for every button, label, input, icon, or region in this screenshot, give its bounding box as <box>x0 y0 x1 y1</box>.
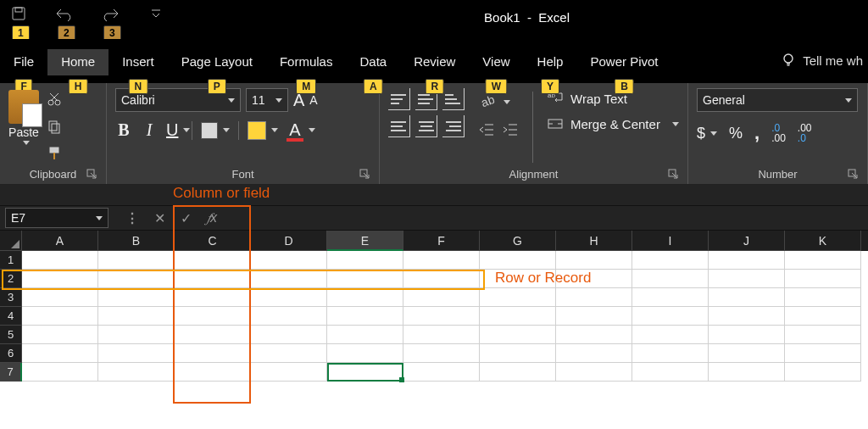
tell-me[interactable]: Tell me wh <box>781 53 863 68</box>
row-header[interactable]: 2 <box>0 270 22 288</box>
formula-bar: E7 ⋮ ✕ ✓ 𝑓x <box>0 205 868 231</box>
qat-undo[interactable]: 2 <box>54 3 75 24</box>
tab-formulas[interactable]: FormulasM <box>266 49 347 75</box>
annotation-strip: Column or field <box>0 185 868 205</box>
group-clipboard: Paste Clipboard <box>0 83 107 184</box>
chevron-down-icon <box>23 141 30 145</box>
ribbon-tabs: FileF HomeH InsertN Page LayoutP Formula… <box>0 39 868 83</box>
lightbulb-icon <box>781 53 796 68</box>
svg-rect-11 <box>52 124 59 133</box>
row-header[interactable]: 5 <box>0 326 22 344</box>
tab-help[interactable]: HelpY <box>524 49 577 75</box>
group-font: Calibri 11 A A B I U A Font <box>107 83 380 184</box>
worksheet-grid[interactable]: A B C D E F G H I J K 1 2 3 4 5 6 7 <box>0 231 868 429</box>
row-annotation: Row or Record <box>495 270 591 287</box>
col-header[interactable]: A <box>22 231 98 251</box>
paste-button[interactable]: Paste <box>8 88 39 166</box>
merge-center-button[interactable]: Merge & Center <box>547 115 679 132</box>
tab-insert[interactable]: InsertN <box>108 49 168 75</box>
shrink-font-button[interactable]: A <box>309 93 317 107</box>
align-right[interactable] <box>442 115 465 137</box>
qat-save[interactable]: 1 <box>8 3 29 24</box>
svg-text:ab: ab <box>479 92 496 109</box>
select-all-corner[interactable] <box>0 231 22 251</box>
orientation-button[interactable]: ab <box>478 92 519 112</box>
dialog-launcher[interactable] <box>847 169 859 181</box>
increase-decimal-button[interactable]: .0.00 <box>771 123 786 143</box>
wrap-text-button[interactable]: ab Wrap Text <box>547 90 679 107</box>
row-headers: 1 2 3 4 5 6 7 <box>0 251 22 382</box>
tab-file[interactable]: FileF <box>0 49 47 75</box>
window-title: Book1 - Excel <box>264 10 604 25</box>
font-color-button[interactable]: A <box>287 120 315 140</box>
col-header[interactable]: K <box>785 231 861 251</box>
col-header[interactable]: G <box>480 231 556 251</box>
group-number: General $ % , .0.00 .00.0 Number <box>688 83 868 184</box>
row-header[interactable]: 1 <box>0 251 22 270</box>
formula-input[interactable] <box>229 208 868 228</box>
font-size-select[interactable]: 11 <box>246 88 288 112</box>
col-header[interactable]: I <box>632 231 709 251</box>
enter-icon[interactable]: ✓ <box>181 210 192 226</box>
qat-customize[interactable] <box>146 3 166 24</box>
align-left[interactable] <box>388 115 410 137</box>
dialog-launcher[interactable] <box>359 169 370 181</box>
col-header[interactable]: C <box>175 231 251 251</box>
decrease-decimal-button[interactable]: .00.0 <box>798 123 812 143</box>
increase-indent-button[interactable] <box>502 122 519 141</box>
currency-button[interactable]: $ <box>697 125 717 142</box>
col-header[interactable]: F <box>403 231 480 251</box>
group-alignment: ab ab Wrap Text Merge & Center Alignment <box>380 83 688 184</box>
copy-button[interactable] <box>44 117 64 136</box>
svg-rect-0 <box>13 8 25 20</box>
name-box[interactable]: E7 <box>5 208 108 228</box>
col-header[interactable]: E <box>327 231 403 251</box>
col-header[interactable]: J <box>709 231 785 251</box>
cancel-icon[interactable]: ✕ <box>154 210 165 226</box>
align-top[interactable] <box>388 88 410 110</box>
percent-button[interactable]: % <box>729 125 743 142</box>
bold-button[interactable]: B <box>115 120 132 140</box>
underline-button[interactable]: U <box>166 120 183 140</box>
svg-rect-13 <box>53 153 55 159</box>
align-bottom[interactable] <box>442 88 465 110</box>
row-header[interactable]: 4 <box>0 307 22 326</box>
row-header[interactable]: 7 <box>0 363 22 382</box>
borders-button[interactable] <box>201 122 230 139</box>
align-buttons <box>388 88 465 137</box>
col-header[interactable]: H <box>556 231 632 251</box>
column-annotation: Column or field <box>173 185 270 202</box>
row-header[interactable]: 6 <box>0 344 22 363</box>
tab-view[interactable]: ViewW <box>469 49 523 75</box>
column-headers: A B C D E F G H I J K <box>0 231 868 251</box>
number-format-select[interactable]: General <box>697 88 858 112</box>
svg-rect-1 <box>15 8 22 12</box>
col-header[interactable]: B <box>98 231 175 251</box>
title-bar: 1 2 3 Book1 - Excel <box>0 0 868 39</box>
dialog-launcher[interactable] <box>86 169 97 181</box>
svg-rect-12 <box>50 148 58 153</box>
col-header[interactable]: D <box>251 231 327 251</box>
tab-page-layout[interactable]: Page LayoutP <box>168 49 266 75</box>
dialog-launcher[interactable] <box>667 169 679 181</box>
align-center[interactable] <box>415 115 437 137</box>
qat-redo[interactable]: 3 <box>100 3 120 24</box>
ribbon: Paste Clipboard Calibri 11 A A B I <box>0 83 868 185</box>
quick-access-toolbar: 1 2 3 <box>0 0 175 24</box>
tab-review[interactable]: ReviewR <box>400 49 469 75</box>
tab-power-pivot[interactable]: Power PivotB <box>576 49 671 75</box>
row-header[interactable]: 3 <box>0 288 22 307</box>
cut-button[interactable] <box>44 90 64 109</box>
tab-home[interactable]: HomeH <box>47 49 108 75</box>
svg-rect-10 <box>49 121 57 131</box>
tab-data[interactable]: DataA <box>346 49 400 75</box>
fx-icon[interactable]: 𝑓x <box>207 210 217 226</box>
fill-color-button[interactable] <box>248 121 278 140</box>
italic-button[interactable]: I <box>141 120 158 140</box>
paste-icon <box>8 90 39 124</box>
svg-point-3 <box>784 54 793 63</box>
format-painter-button[interactable] <box>44 144 64 163</box>
comma-button[interactable]: , <box>754 122 760 144</box>
decrease-indent-button[interactable] <box>478 122 495 141</box>
